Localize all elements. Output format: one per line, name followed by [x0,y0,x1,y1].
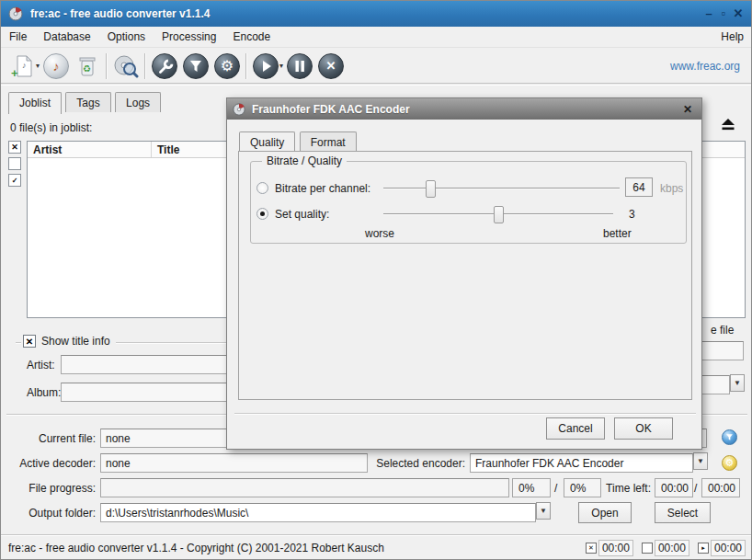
current-file-label: Current file: [1,432,96,445]
svg-text:+: + [11,66,18,79]
chevron-down-icon[interactable]: ▼ [536,502,551,520]
file-progress-label: File progress: [1,482,96,495]
freac-logo-icon [233,103,245,116]
maximize-button[interactable]: ▫ [716,6,731,21]
chevron-down-icon[interactable]: ▼ [693,452,708,470]
show-title-info-label: Show title info [41,335,110,348]
quality-slider[interactable] [383,213,613,215]
quality-value-label: 3 [629,208,635,221]
show-title-info-checkbox[interactable]: ✕ Show title info [21,335,116,348]
time-left-label: Time left: [603,482,651,495]
tab-tags[interactable]: Tags [65,92,110,112]
pause-encoding-button[interactable] [284,51,315,81]
cddb-query-button[interactable] [110,51,142,81]
output-folder-value: d:\Users\tristanrhodes\Music\ [100,503,536,522]
menubar: File Database Options Processing Encode … [1,27,752,48]
artist-label: Artist: [27,359,60,371]
music-file-button[interactable]: ♪ [40,51,72,81]
bitrate-slider[interactable] [383,188,620,189]
album-label: Album: [27,386,60,399]
toggle-selection-button[interactable]: ✓ [8,174,21,187]
better-label: better [603,227,632,240]
selected-encoder-combo[interactable]: Fraunhofer FDK AAC Encoder ▼ [470,453,707,473]
trash-button[interactable]: ♻ [72,51,103,81]
time-indicator-selected: ✕ 00:00 [586,540,633,556]
select-button[interactable]: Select [655,502,711,523]
tab-logs[interactable]: Logs [115,92,161,112]
statusbar: fre:ac - free audio converter v1.1.4 - C… [1,534,752,560]
ok-button[interactable]: OK [614,417,673,440]
cancel-button[interactable]: Cancel [546,417,605,440]
window-titlebar: fre:ac - free audio converter v1.1.4 – ▫… [1,1,752,27]
start-encoding-button[interactable] [250,51,281,81]
time-indicator-unselected: 00:00 [642,540,689,556]
output-folder-label: Output folder: [1,507,96,520]
album-field[interactable] [61,383,227,402]
minimize-button[interactable]: – [701,6,716,21]
file-progress-percent: 0% [512,478,551,497]
bitrate-unit-label: kbps [660,182,683,195]
checkbox-mark: ✕ [23,335,36,348]
select-none-button[interactable] [8,157,21,170]
set-quality-radio[interactable] [256,208,268,220]
artist-field[interactable] [61,355,227,374]
processing-funnel-icon[interactable] [722,429,737,445]
encoder-settings-gear-icon[interactable]: ⚙ [722,455,737,471]
main-tabs: Joblist Tags Logs [8,92,162,114]
menu-file[interactable]: File [1,28,35,46]
slash-separator: / [554,482,557,495]
menu-database[interactable]: Database [35,28,98,46]
single-file-partial-label: e file [711,324,734,337]
total-progress-percent: 0% [564,478,601,497]
gear-button[interactable]: ⚙ [211,51,243,81]
wrench-button[interactable] [149,51,180,81]
funnel-button[interactable] [180,51,211,81]
toolbar-separator [245,53,247,79]
output-folder-combo[interactable]: d:\Users\tristanrhodes\Music\ ▼ [100,503,550,522]
stop-encoding-button[interactable]: ✕ [315,51,347,81]
checked-box-icon: ✕ [586,543,597,554]
tab-joblist[interactable]: Joblist [8,92,62,114]
bitrate-slider-thumb[interactable] [426,180,436,198]
column-header-artist: Artist [28,142,152,157]
bitrate-radio[interactable] [256,182,268,194]
menu-help[interactable]: Help [712,28,752,46]
tab-format[interactable]: Format [300,131,357,152]
window-title: fre:ac - free audio converter v1.1.4 [30,7,701,20]
dialog-titlebar: Fraunhofer FDK AAC Encoder ✕ [227,98,701,120]
time-left-file: 00:00 [655,478,693,497]
selected-encoder-label: Selected encoder: [348,457,465,470]
divider [234,413,696,415]
freac-website-link[interactable]: www.freac.org [670,60,747,73]
time-left-total: 00:00 [701,478,740,497]
joblist-count-label: 0 file(s) in joblist: [10,121,92,134]
eject-icon[interactable] [717,115,739,133]
selected-encoder-value: Fraunhofer FDK AAC Encoder [470,453,693,473]
quality-slider-thumb[interactable] [494,206,504,223]
open-button[interactable]: Open [578,502,632,523]
statusbar-text: fre:ac - free audio converter v1.1.4 - C… [8,542,577,554]
close-button[interactable]: ✕ [731,6,746,21]
svg-text:♪: ♪ [22,61,27,70]
time-value: 00:00 [711,540,746,556]
encoder-config-dialog: Fraunhofer FDK AAC Encoder ✕ Quality For… [226,97,702,450]
toolbar-separator [144,53,146,79]
empty-box-icon [642,543,653,554]
file-progress-bar [100,478,509,497]
bitrate-value-field[interactable]: 64 [625,177,653,197]
add-file-dropdown-icon[interactable]: ▾ [36,62,40,70]
select-all-button[interactable]: ✕ [8,141,21,154]
play-box-icon: ▸ [698,543,709,554]
menu-encode[interactable]: Encode [224,28,279,46]
menu-options[interactable]: Options [99,28,154,46]
set-quality-label: Set quality: [275,208,329,221]
add-file-button[interactable]: ♪ + [6,51,38,81]
svg-text:♻: ♻ [83,63,91,74]
dialog-close-icon[interactable]: ✕ [679,103,696,116]
toolbar-separator [106,53,108,79]
chevron-down-icon[interactable]: ▼ [730,374,745,392]
start-encoding-dropdown-icon[interactable]: ▾ [279,62,283,70]
dialog-title: Fraunhofer FDK AAC Encoder [252,103,679,116]
active-decoder-value: none [100,453,368,473]
menu-processing[interactable]: Processing [154,28,224,46]
